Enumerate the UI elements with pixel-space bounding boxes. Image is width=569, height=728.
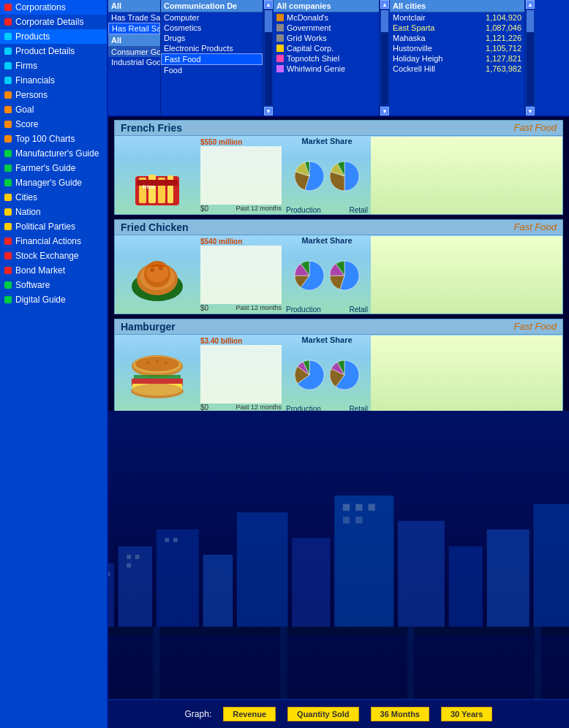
30-years-button[interactable]: 30 Years xyxy=(441,707,492,721)
filter-all-header[interactable]: All xyxy=(108,0,160,12)
svg-rect-1 xyxy=(276,24,284,31)
scroll-down-btn-3[interactable]: ▼ xyxy=(526,107,535,115)
filter-consumer-goods[interactable]: Consumer Goods xyxy=(108,47,160,57)
svg-rect-42 xyxy=(118,546,152,631)
sidebar-item-digital-guide[interactable]: Digital Guide xyxy=(0,292,107,307)
filter-company-header[interactable]: All companies xyxy=(274,0,379,12)
sidebar-item-corporate-details[interactable]: Corporate Details xyxy=(0,15,107,29)
revenue-button[interactable]: Revenue xyxy=(223,707,276,721)
sidebar-item-cities[interactable]: Cities xyxy=(0,190,107,205)
sidebar-label-managers-guide: Manager's Guide xyxy=(15,178,82,188)
filter-trade-sales[interactable]: Has Trade Sales xyxy=(108,12,160,23)
company-color-dot-3 xyxy=(276,45,284,52)
filter2-item-2[interactable]: Drugs xyxy=(161,33,263,43)
scroll-up-btn-3[interactable]: ▲ xyxy=(526,0,535,9)
sidebar-item-products[interactable]: Products xyxy=(0,29,107,44)
filter2-item-0[interactable]: Computer xyxy=(161,12,263,23)
filter3-item-4[interactable]: Topnotch Shiel xyxy=(274,53,379,64)
filter2-item-5[interactable]: Food xyxy=(161,65,263,75)
city-val-0: 1,104,920 xyxy=(486,13,521,22)
city-val-3: 1,105,712 xyxy=(486,44,521,53)
sidebar-item-political-parties[interactable]: Political Parties xyxy=(0,219,107,234)
sidebar-label-persons: Persons xyxy=(15,90,48,100)
filter4-city-3[interactable]: Hustonville1,105,712 xyxy=(390,43,524,53)
scroll-up-btn[interactable]: ▲ xyxy=(264,0,273,9)
company-color-dot-0 xyxy=(276,14,284,21)
filter4-scrollbar[interactable]: ▲ ▼ xyxy=(525,0,535,115)
filter3-scrollbar[interactable]: ▲ ▼ xyxy=(380,0,390,115)
scroll-track-2 xyxy=(381,10,388,105)
product-extra-2 xyxy=(371,335,562,411)
filter-retail-sales[interactable]: Has Retail Sales xyxy=(108,23,160,34)
sidebar-dot-product-details xyxy=(4,48,12,55)
sidebar-item-stock-exchange[interactable]: Stock Exchange xyxy=(0,249,107,263)
sidebar-item-persons[interactable]: Persons xyxy=(0,88,107,102)
filter4-city-1[interactable]: East Sparta1,087,046 xyxy=(390,23,524,33)
filter3-item-2[interactable]: Grid Works xyxy=(274,33,379,43)
scroll-down-btn[interactable]: ▼ xyxy=(264,107,273,115)
sidebar-dot-managers-guide xyxy=(4,179,12,186)
product-card-1[interactable]: Fried Chicken Fast Food $540 million xyxy=(114,219,563,314)
bottom-bar: Graph: Revenue Quantity Sold 36 Months 3… xyxy=(108,699,569,728)
sidebar-item-nation[interactable]: Nation xyxy=(0,205,107,219)
filter4-city-5[interactable]: Cockrell Hill1,763,982 xyxy=(390,64,524,74)
product-card-0[interactable]: French Fries Fast Food fries $550 millio… xyxy=(114,120,563,215)
pie-label-right-2: Retail xyxy=(349,405,368,411)
36-months-button[interactable]: 36 Months xyxy=(371,707,429,721)
sidebar-item-bond-market[interactable]: Bond Market xyxy=(0,263,107,278)
quantity-sold-button[interactable]: Quantity Sold xyxy=(287,707,359,721)
svg-text:fries: fries xyxy=(143,183,155,190)
scroll-down-btn-2[interactable]: ▼ xyxy=(380,107,389,115)
sidebar-item-farmers-guide[interactable]: Farmer's Guide xyxy=(0,161,107,175)
sidebar-label-corporations: Corporations xyxy=(15,2,66,12)
filter-city-header[interactable]: All cities xyxy=(390,0,524,12)
filter4-city-2[interactable]: Mahaska1,121,226 xyxy=(390,33,524,43)
sidebar-item-corporations[interactable]: Corporations xyxy=(0,0,107,15)
sidebar-item-software[interactable]: Software xyxy=(0,278,107,292)
product-category-1: Fast Food xyxy=(513,221,557,233)
chart-period-2: Past 12 months xyxy=(235,403,282,411)
sidebar-dot-financials xyxy=(4,77,12,84)
scroll-thumb xyxy=(265,10,272,32)
svg-point-32 xyxy=(132,384,182,395)
filter3-item-0[interactable]: McDonald's xyxy=(274,12,379,23)
chart-bottom-1: $0 Past 12 months xyxy=(200,304,282,312)
product-card-2[interactable]: Hamburger Fast Food $3.40 billion xyxy=(114,319,563,411)
sidebar-item-product-details[interactable]: Product Details xyxy=(0,44,107,58)
svg-rect-57 xyxy=(135,555,140,559)
svg-rect-5 xyxy=(276,65,284,72)
company-name-0: McDonald's xyxy=(287,13,328,22)
sidebar-item-top-100-charts[interactable]: Top 100 Charts xyxy=(0,132,107,146)
filter2-scrollbar[interactable]: ▲ ▼ xyxy=(263,0,274,115)
filter2-item-3[interactable]: Electronic Products xyxy=(161,43,263,53)
svg-rect-4 xyxy=(276,55,284,62)
sidebar-item-goal[interactable]: Goal xyxy=(0,102,107,117)
sidebar-item-financial-actions[interactable]: Financial Actions xyxy=(0,234,107,249)
svg-rect-61 xyxy=(343,504,350,510)
graph-label: Graph: xyxy=(185,709,212,719)
filter3-item-1[interactable]: Government xyxy=(274,23,379,33)
filter3-item-3[interactable]: Capital Corp. xyxy=(274,43,379,53)
svg-point-21 xyxy=(150,268,154,272)
filter-all-header2[interactable]: All xyxy=(108,34,160,47)
scroll-up-btn-2[interactable]: ▲ xyxy=(380,0,389,9)
sidebar-dot-goal xyxy=(4,106,12,113)
filter2-item-4[interactable]: Fast Food xyxy=(161,53,263,65)
filter4-city-4[interactable]: Holiday Heigh1,127,821 xyxy=(390,53,524,64)
svg-rect-37 xyxy=(200,345,282,403)
sidebar-label-top-100-charts: Top 100 Charts xyxy=(15,134,75,144)
pie-labels-2: Production Retail xyxy=(283,405,371,411)
filter-industrial-goods[interactable]: Industrial Goods xyxy=(108,57,160,67)
svg-rect-58 xyxy=(127,564,131,568)
filter-cat-header[interactable]: Communication De xyxy=(161,0,263,12)
sidebar-item-firms[interactable]: Firms xyxy=(0,58,107,73)
sidebar-item-managers-guide[interactable]: Manager's Guide xyxy=(0,175,107,190)
filter2-item-1[interactable]: Cosmetics xyxy=(161,23,263,33)
sidebar-item-financials[interactable]: Financials xyxy=(0,73,107,88)
sidebar-item-score[interactable]: Score xyxy=(0,117,107,132)
filter3-item-5[interactable]: Whirlwind Genie xyxy=(274,64,379,74)
sidebar-item-manufacturers-guide[interactable]: Manufacturer's Guide xyxy=(0,146,107,161)
chart-bottom-0: $0 Past 12 months xyxy=(200,205,282,213)
filter4-city-0[interactable]: Montclair1,104,920 xyxy=(390,12,524,23)
chart-min-1: $0 xyxy=(200,304,208,312)
